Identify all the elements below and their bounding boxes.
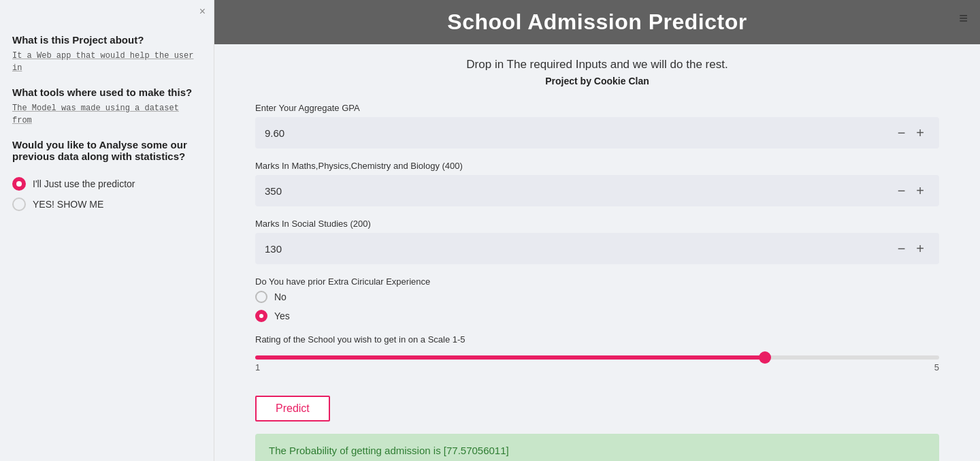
science-marks-field-group: Marks In Maths,Physics,Chemistry and Bio… [255, 161, 939, 206]
school-rating-field-group: Rating of the School you wish to get in … [255, 334, 939, 372]
sidebar-heading-3: Would you like to Analyse some our previ… [12, 139, 201, 162]
science-marks-input-row: 350 − + [255, 175, 939, 206]
social-marks-input-row: 130 − + [255, 233, 939, 264]
extra-curricular-field-group: Do You have prior Extra Ciricular Experi… [255, 276, 939, 322]
radio-no [255, 291, 267, 303]
sidebar: × What is this Project about? It a Web a… [0, 0, 214, 461]
sidebar-heading-1: What is this Project about? [12, 34, 201, 46]
extra-curricular-yes-label: Yes [274, 311, 290, 321]
gpa-label: Enter Your Aggregate GPA [255, 103, 939, 113]
school-rating-slider-container: 1 5 [255, 350, 939, 372]
gpa-value: 9.60 [265, 127, 892, 139]
sidebar-option-predictor[interactable]: I'll Just use the predictor [12, 177, 201, 191]
radio-show-me [12, 197, 26, 211]
extra-curricular-options: No Yes [255, 291, 939, 322]
extra-curricular-label: Do You have prior Extra Ciricular Experi… [255, 276, 939, 287]
sidebar-heading-2: What tools where used to make this? [12, 86, 201, 98]
form-content: Drop in The required Inputs and we will … [214, 44, 980, 461]
main-content: School Admission Predictor ≡ Drop in The… [214, 0, 980, 461]
gpa-field-group: Enter Your Aggregate GPA 9.60 − + [255, 103, 939, 148]
social-decrement-button[interactable]: − [892, 242, 911, 255]
sidebar-close-button[interactable]: × [199, 5, 206, 18]
hamburger-button[interactable]: ≡ [959, 10, 968, 27]
science-increment-button[interactable]: + [911, 184, 930, 197]
subtitle: Drop in The required Inputs and we will … [255, 58, 939, 71]
social-marks-value: 130 [265, 243, 892, 255]
school-rating-slider[interactable] [255, 355, 939, 360]
extra-curricular-no[interactable]: No [255, 291, 939, 303]
science-marks-value: 350 [265, 185, 892, 197]
school-rating-label: Rating of the School you wish to get in … [255, 334, 939, 345]
extra-curricular-no-label: No [274, 291, 287, 302]
slider-min-label: 1 [255, 362, 260, 372]
sidebar-option-show-me[interactable]: YES! SHOW ME [12, 197, 201, 211]
slider-labels: 1 5 [255, 362, 939, 372]
social-marks-field-group: Marks In Social Studies (200) 130 − + [255, 219, 939, 264]
header-banner: School Admission Predictor [214, 0, 980, 44]
gpa-increment-button[interactable]: + [911, 126, 930, 140]
social-increment-button[interactable]: + [911, 242, 930, 255]
sidebar-option-show-me-label: YES! SHOW ME [33, 199, 103, 210]
result-text: The Probability of getting admission is … [269, 445, 509, 456]
social-marks-label: Marks In Social Studies (200) [255, 219, 939, 229]
sidebar-option-predictor-label: I'll Just use the predictor [33, 178, 135, 189]
radio-yes [255, 310, 267, 322]
predict-button[interactable]: Predict [255, 396, 330, 422]
app-title: School Admission Predictor [447, 10, 747, 34]
slider-max-label: 5 [934, 362, 939, 372]
sidebar-text-2: The Model was made using a dataset from [12, 102, 201, 127]
project-by: Project by Cookie Clan [255, 76, 939, 86]
result-box: The Probability of getting admission is … [255, 434, 939, 461]
gpa-input-row: 9.60 − + [255, 117, 939, 148]
radio-predictor [12, 177, 26, 191]
sidebar-text-1: It a Web app that would help the user in [12, 50, 201, 74]
gpa-decrement-button[interactable]: − [892, 126, 911, 140]
science-marks-label: Marks In Maths,Physics,Chemistry and Bio… [255, 161, 939, 171]
science-decrement-button[interactable]: − [892, 184, 911, 197]
sidebar-options: I'll Just use the predictor YES! SHOW ME [12, 177, 201, 211]
extra-curricular-yes[interactable]: Yes [255, 310, 939, 322]
